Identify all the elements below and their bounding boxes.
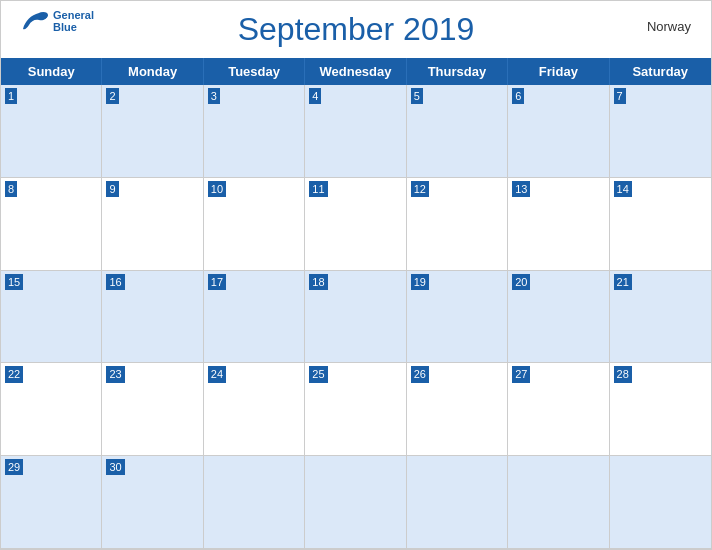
- day-number-24: 24: [208, 366, 226, 382]
- day-cell-empty-3: [407, 456, 508, 549]
- day-number-1: 1: [5, 88, 17, 104]
- day-number-9: 9: [106, 181, 118, 197]
- day-cell-8[interactable]: 8: [1, 178, 102, 271]
- day-cell-22[interactable]: 22: [1, 363, 102, 456]
- day-number-28: 28: [614, 366, 632, 382]
- day-cell-empty-5: [610, 456, 711, 549]
- day-number-3: 3: [208, 88, 220, 104]
- day-cell-16[interactable]: 16: [102, 271, 203, 364]
- day-cell-empty-1: [204, 456, 305, 549]
- day-cell-27[interactable]: 27: [508, 363, 609, 456]
- day-cell-23[interactable]: 23: [102, 363, 203, 456]
- day-header-saturday: Saturday: [610, 58, 711, 85]
- day-cell-5[interactable]: 5: [407, 85, 508, 178]
- day-number-19: 19: [411, 274, 429, 290]
- day-header-friday: Friday: [508, 58, 609, 85]
- day-number-18: 18: [309, 274, 327, 290]
- day-number-15: 15: [5, 274, 23, 290]
- day-number-27: 27: [512, 366, 530, 382]
- day-cell-empty-4: [508, 456, 609, 549]
- day-cell-3[interactable]: 3: [204, 85, 305, 178]
- day-cell-4[interactable]: 4: [305, 85, 406, 178]
- day-cell-7[interactable]: 7: [610, 85, 711, 178]
- day-number-8: 8: [5, 181, 17, 197]
- day-number-23: 23: [106, 366, 124, 382]
- day-cell-25[interactable]: 25: [305, 363, 406, 456]
- day-number-10: 10: [208, 181, 226, 197]
- day-number-26: 26: [411, 366, 429, 382]
- day-cell-empty-2: [305, 456, 406, 549]
- day-cell-9[interactable]: 9: [102, 178, 203, 271]
- day-cell-15[interactable]: 15: [1, 271, 102, 364]
- day-number-25: 25: [309, 366, 327, 382]
- day-cell-24[interactable]: 24: [204, 363, 305, 456]
- day-number-7: 7: [614, 88, 626, 104]
- day-cell-2[interactable]: 2: [102, 85, 203, 178]
- day-number-4: 4: [309, 88, 321, 104]
- day-cell-11[interactable]: 11: [305, 178, 406, 271]
- day-number-6: 6: [512, 88, 524, 104]
- day-number-11: 11: [309, 181, 327, 197]
- day-header-tuesday: Tuesday: [204, 58, 305, 85]
- day-number-29: 29: [5, 459, 23, 475]
- country-label: Norway: [647, 19, 691, 34]
- day-cell-19[interactable]: 19: [407, 271, 508, 364]
- day-cell-1[interactable]: 1: [1, 85, 102, 178]
- day-cell-28[interactable]: 28: [610, 363, 711, 456]
- day-headers: Sunday Monday Tuesday Wednesday Thursday…: [1, 58, 711, 85]
- day-number-2: 2: [106, 88, 118, 104]
- day-cell-20[interactable]: 20: [508, 271, 609, 364]
- day-number-14: 14: [614, 181, 632, 197]
- day-cell-21[interactable]: 21: [610, 271, 711, 364]
- logo-area: General Blue: [21, 9, 94, 33]
- calendar-title: September 2019: [238, 11, 475, 48]
- day-cell-17[interactable]: 17: [204, 271, 305, 364]
- calendar-container: General Blue September 2019 Norway Sunda…: [0, 0, 712, 550]
- day-header-monday: Monday: [102, 58, 203, 85]
- day-cell-26[interactable]: 26: [407, 363, 508, 456]
- day-number-22: 22: [5, 366, 23, 382]
- day-cell-14[interactable]: 14: [610, 178, 711, 271]
- day-header-sunday: Sunday: [1, 58, 102, 85]
- day-cell-6[interactable]: 6: [508, 85, 609, 178]
- day-cell-13[interactable]: 13: [508, 178, 609, 271]
- logo-bird-icon: [21, 11, 49, 31]
- day-cell-10[interactable]: 10: [204, 178, 305, 271]
- day-header-wednesday: Wednesday: [305, 58, 406, 85]
- day-number-12: 12: [411, 181, 429, 197]
- logo-text: General Blue: [53, 9, 94, 33]
- calendar-header: General Blue September 2019 Norway: [1, 1, 711, 58]
- day-number-13: 13: [512, 181, 530, 197]
- day-number-20: 20: [512, 274, 530, 290]
- day-number-30: 30: [106, 459, 124, 475]
- day-number-5: 5: [411, 88, 423, 104]
- day-cell-30[interactable]: 30: [102, 456, 203, 549]
- day-header-thursday: Thursday: [407, 58, 508, 85]
- logo-general-text: General: [53, 9, 94, 21]
- day-number-16: 16: [106, 274, 124, 290]
- logo-blue-text: Blue: [53, 21, 94, 33]
- day-number-21: 21: [614, 274, 632, 290]
- day-cell-29[interactable]: 29: [1, 456, 102, 549]
- calendar-grid: 1 2 3 4 5 6 7 8 9 10 11 12 13 14 15 16 1…: [1, 85, 711, 549]
- logo-wrapper: General Blue: [21, 9, 94, 33]
- day-cell-12[interactable]: 12: [407, 178, 508, 271]
- day-number-17: 17: [208, 274, 226, 290]
- day-cell-18[interactable]: 18: [305, 271, 406, 364]
